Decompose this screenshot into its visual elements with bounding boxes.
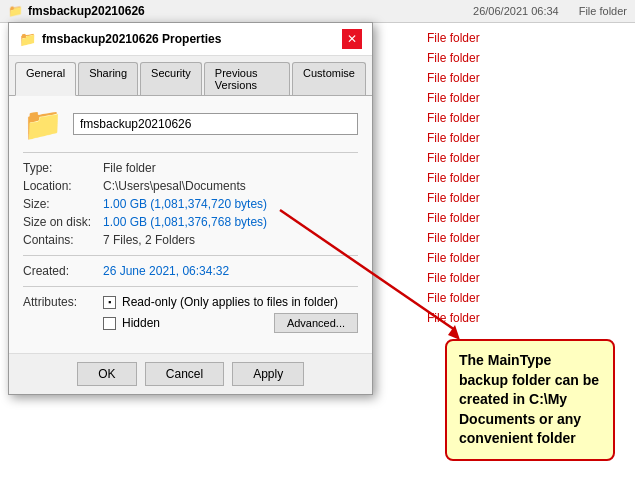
size-on-disk-value: 1.00 GB (1,081,376,768 bytes) <box>103 215 267 229</box>
list-item[interactable]: File folder <box>415 48 635 68</box>
dialog-folder-icon: 📁 <box>19 31 36 47</box>
list-item[interactable]: File folder <box>415 148 635 168</box>
contains-label: Contains: <box>23 233 103 247</box>
list-item[interactable]: File folder <box>415 168 635 188</box>
callout-box: The MainType backup folder can be create… <box>445 339 615 461</box>
explorer-title: fmsbackup20210626 <box>28 4 145 18</box>
list-item[interactable]: File folder <box>415 128 635 148</box>
tab-bar: General Sharing Security Previous Versio… <box>9 56 372 96</box>
tab-customise[interactable]: Customise <box>292 62 366 95</box>
hidden-row: Hidden Advanced... <box>103 313 358 333</box>
list-item[interactable]: File folder <box>415 68 635 88</box>
list-item[interactable]: File folder <box>415 288 635 308</box>
advanced-button[interactable]: Advanced... <box>274 313 358 333</box>
dialog-title: fmsbackup20210626 Properties <box>42 32 221 46</box>
attributes-controls: Read-only (Only applies to files in fold… <box>103 295 358 337</box>
dialog-body: 📁 Type: File folder Location: C:\Users\p… <box>9 96 372 353</box>
list-item[interactable]: File folder <box>415 28 635 48</box>
explorer-filetype: File folder <box>579 5 627 17</box>
cancel-button[interactable]: Cancel <box>145 362 224 386</box>
list-item[interactable]: File folder <box>415 228 635 248</box>
size-value: 1.00 GB (1,081,374,720 bytes) <box>103 197 267 211</box>
list-item[interactable]: File folder <box>415 88 635 108</box>
callout-text: The MainType backup folder can be create… <box>459 352 599 446</box>
divider-2 <box>23 255 358 256</box>
list-item[interactable]: File folder <box>415 268 635 288</box>
folder-name-input[interactable] <box>73 113 358 135</box>
tab-general[interactable]: General <box>15 62 76 96</box>
location-value: C:\Users\pesal\Documents <box>103 179 246 193</box>
hidden-checkbox[interactable] <box>103 317 116 330</box>
readonly-checkbox[interactable] <box>103 296 116 309</box>
size-row: Size: 1.00 GB (1,081,374,720 bytes) <box>23 197 358 211</box>
location-label: Location: <box>23 179 103 193</box>
created-label: Created: <box>23 264 103 278</box>
divider-3 <box>23 286 358 287</box>
contains-value: 7 Files, 2 Folders <box>103 233 195 247</box>
apply-button[interactable]: Apply <box>232 362 304 386</box>
size-on-disk-label: Size on disk: <box>23 215 103 229</box>
attributes-section: Attributes: Read-only (Only applies to f… <box>23 295 358 337</box>
properties-dialog: 📁 fmsbackup20210626 Properties ✕ General… <box>8 22 373 395</box>
type-value: File folder <box>103 161 156 175</box>
tab-sharing[interactable]: Sharing <box>78 62 138 95</box>
dialog-titlebar: 📁 fmsbackup20210626 Properties ✕ <box>9 23 372 56</box>
explorer-folder-icon: 📁 <box>8 4 23 18</box>
readonly-label: Read-only (Only applies to files in fold… <box>122 295 338 309</box>
location-row: Location: C:\Users\pesal\Documents <box>23 179 358 193</box>
tab-security[interactable]: Security <box>140 62 202 95</box>
contains-row: Contains: 7 Files, 2 Folders <box>23 233 358 247</box>
list-item[interactable]: File folder <box>415 188 635 208</box>
big-folder-icon: 📁 <box>23 108 63 140</box>
ok-button[interactable]: OK <box>77 362 137 386</box>
tab-previous-versions[interactable]: Previous Versions <box>204 62 290 95</box>
list-item[interactable]: File folder <box>415 308 635 328</box>
dialog-footer: OK Cancel Apply <box>9 353 372 394</box>
type-row: Type: File folder <box>23 161 358 175</box>
explorer-header: 📁 fmsbackup20210626 26/06/2021 06:34 Fil… <box>0 0 635 23</box>
list-item[interactable]: File folder <box>415 248 635 268</box>
type-label: Type: <box>23 161 103 175</box>
hidden-label: Hidden <box>122 316 160 330</box>
divider-1 <box>23 152 358 153</box>
created-value: 26 June 2021, 06:34:32 <box>103 264 229 278</box>
folder-name-section: 📁 <box>23 108 358 140</box>
size-label: Size: <box>23 197 103 211</box>
readonly-row: Read-only (Only applies to files in fold… <box>103 295 358 309</box>
list-item[interactable]: File folder <box>415 208 635 228</box>
list-item[interactable]: File folder <box>415 108 635 128</box>
attributes-label: Attributes: <box>23 295 103 337</box>
size-on-disk-row: Size on disk: 1.00 GB (1,081,376,768 byt… <box>23 215 358 229</box>
explorer-date: 26/06/2021 06:34 <box>473 5 559 17</box>
created-row: Created: 26 June 2021, 06:34:32 <box>23 264 358 278</box>
close-button[interactable]: ✕ <box>342 29 362 49</box>
